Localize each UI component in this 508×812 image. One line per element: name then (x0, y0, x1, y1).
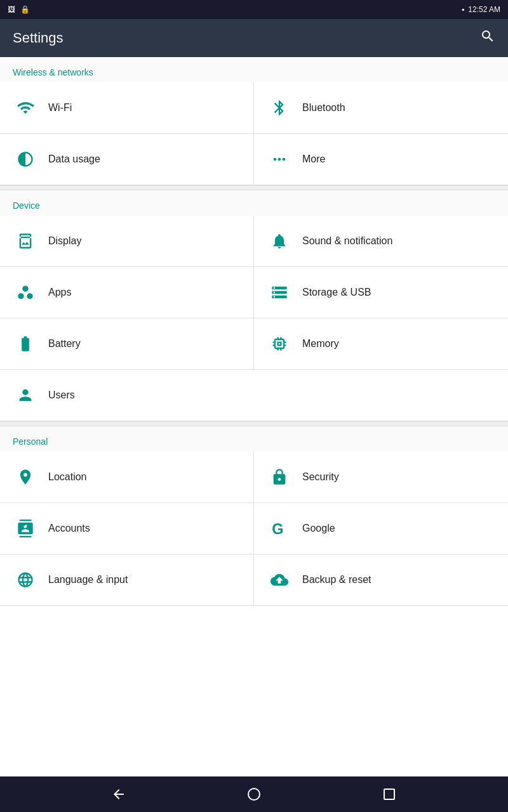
memory-label: Memory (302, 338, 339, 350)
wifi-label: Wi-Fi (48, 102, 72, 114)
sound-icon (267, 228, 292, 254)
wireless-grid: Wi-Fi Bluetooth Data usage More (0, 82, 508, 185)
section-wireless-header: Wireless & networks (0, 57, 508, 82)
svg-text:G: G (272, 521, 283, 537)
accounts-icon (13, 516, 38, 541)
backup-label: Backup & reset (302, 574, 371, 586)
settings-item-display[interactable]: Display (0, 216, 254, 267)
settings-item-location[interactable]: Location (0, 452, 254, 503)
settings-item-apps[interactable]: Apps (0, 267, 254, 318)
settings-item-memory[interactable]: Memory (254, 318, 508, 370)
language-label: Language & input (48, 574, 128, 586)
display-label: Display (48, 235, 81, 247)
apps-label: Apps (48, 287, 71, 298)
status-bar-left: 🖼 🔒 (8, 5, 30, 14)
back-button[interactable] (106, 782, 131, 807)
security-icon (267, 464, 292, 490)
personal-grid: Location Security Accounts G Google (0, 452, 508, 606)
svg-rect-2 (384, 789, 394, 799)
lock-icon: 🔒 (20, 5, 30, 14)
memory-icon (267, 331, 292, 357)
location-label: Location (48, 471, 87, 483)
section-device-header: Device (0, 190, 508, 216)
settings-item-bluetooth[interactable]: Bluetooth (254, 82, 508, 134)
settings-item-google[interactable]: G Google (254, 503, 508, 554)
page-title: Settings (13, 30, 64, 46)
settings-item-data-usage[interactable]: Data usage (0, 134, 254, 185)
home-button[interactable] (241, 782, 267, 807)
app-header: Settings (0, 19, 508, 57)
settings-item-battery[interactable]: Battery (0, 318, 254, 370)
more-label: More (302, 154, 325, 165)
security-label: Security (302, 471, 339, 483)
google-label: Google (302, 523, 335, 534)
backup-icon (267, 567, 292, 593)
sound-label: Sound & notification (302, 235, 392, 247)
google-icon: G (267, 516, 292, 541)
device-grid: Display Sound & notification Apps Storag… (0, 216, 508, 421)
settings-item-sound[interactable]: Sound & notification (254, 216, 508, 267)
settings-item-security[interactable]: Security (254, 452, 508, 503)
battery-label: Battery (48, 338, 81, 350)
users-label: Users (48, 390, 75, 401)
display-icon (13, 228, 38, 254)
bluetooth-label: Bluetooth (302, 102, 345, 114)
status-bar: 🖼 🔒 ▪ 12:52 AM (0, 0, 508, 19)
storage-icon (267, 280, 292, 305)
data-usage-label: Data usage (48, 154, 100, 165)
settings-content: Wireless & networks Wi-Fi Bluetooth Data… (0, 57, 508, 776)
settings-item-accounts[interactable]: Accounts (0, 503, 254, 554)
image-icon: 🖼 (8, 5, 15, 14)
data-usage-icon (13, 147, 38, 172)
divider-wireless-device (0, 185, 508, 190)
divider-device-personal (0, 421, 508, 426)
status-bar-right: ▪ 12:52 AM (462, 5, 500, 14)
recent-button[interactable] (377, 782, 402, 807)
settings-item-users[interactable]: Users (0, 370, 508, 421)
settings-item-more[interactable]: More (254, 134, 508, 185)
bluetooth-icon (267, 95, 292, 121)
section-personal-header: Personal (0, 426, 508, 452)
storage-label: Storage & USB (302, 287, 371, 298)
settings-item-language[interactable]: Language & input (0, 554, 254, 606)
accounts-label: Accounts (48, 523, 90, 534)
time-display: 12:52 AM (468, 5, 500, 14)
apps-icon (13, 280, 38, 305)
navigation-bar (0, 776, 508, 812)
settings-item-storage[interactable]: Storage & USB (254, 267, 508, 318)
settings-item-wifi[interactable]: Wi-Fi (0, 82, 254, 134)
search-button[interactable] (480, 29, 495, 48)
wifi-icon (13, 95, 38, 121)
settings-item-backup[interactable]: Backup & reset (254, 554, 508, 606)
users-icon (13, 383, 38, 408)
more-icon (267, 147, 292, 172)
battery-icon (13, 331, 38, 357)
battery-icon: ▪ (462, 5, 464, 14)
language-icon (13, 567, 38, 593)
svg-point-1 (248, 789, 260, 800)
location-icon (13, 464, 38, 490)
